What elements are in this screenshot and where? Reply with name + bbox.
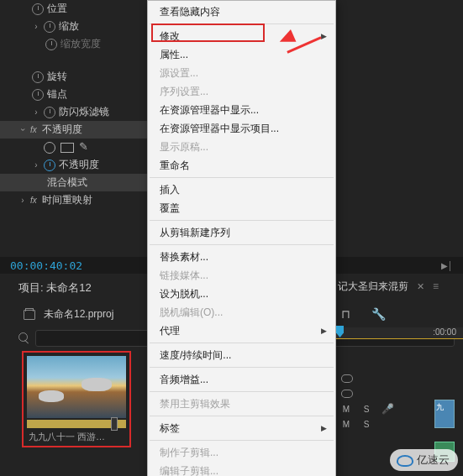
playhead-icon[interactable]: [336, 326, 344, 337]
menu-speed-duration[interactable]: 速度/持续时间...: [148, 346, 335, 364]
chevron-right-icon: ›: [32, 160, 40, 170]
effect-position[interactable]: 位置: [0, 0, 147, 18]
magnet-icon[interactable]: ⊓: [341, 307, 355, 321]
menu-insert[interactable]: 插入: [148, 180, 335, 199]
stopwatch-icon: [45, 39, 57, 50]
effect-anti-flicker[interactable]: ›防闪烁滤镜: [0, 103, 147, 121]
stopwatch-icon: [32, 71, 44, 83]
cloud-logo-icon: [395, 452, 413, 468]
effect-blend-mode[interactable]: 混合模式: [0, 174, 147, 191]
chevron-right-icon: ›: [32, 107, 40, 117]
stopwatch-icon: [32, 89, 44, 101]
stopwatch-icon: [44, 21, 55, 33]
fx-badge-icon: fx: [30, 125, 37, 134]
effects-panel: 位置 ›缩放 缩放宽度 旋转 锚点 ›防闪烁滤镜 ›fx不透明度 ›不透明度 混…: [0, 0, 147, 209]
menu-reveal-explorer[interactable]: 在资源管理器中显示...: [148, 101, 335, 119]
menu-reveal-project-explorer[interactable]: 在资源管理器中显示项目...: [148, 119, 335, 138]
ellipse-mask-icon[interactable]: [44, 142, 55, 154]
menu-properties[interactable]: 属性...: [148, 45, 335, 64]
eye-icon[interactable]: [341, 390, 353, 398]
chevron-right-icon: ›: [18, 196, 27, 205]
clip-thumbnail[interactable]: 九九八十一 西游…: [22, 351, 131, 447]
timeline-tools: ⊓ 🔧: [336, 296, 463, 324]
stopwatch-active-icon: [44, 160, 55, 171]
bin-icon: [24, 310, 35, 320]
timecode-display[interactable]: 00:00:40:02: [10, 259, 82, 272]
pen-mask-icon[interactable]: [79, 142, 91, 154]
effect-scale-width[interactable]: 缩放宽度: [0, 35, 147, 53]
chevron-right-icon: ›: [32, 22, 40, 31]
effect-scale[interactable]: ›缩放: [0, 18, 147, 35]
menu-label[interactable]: 标签: [148, 419, 335, 437]
menu-source-settings: 源设置...: [148, 64, 335, 82]
effect-time-remap[interactable]: ›fx时间重映射: [0, 191, 147, 209]
effect-opacity[interactable]: ›不透明度: [0, 156, 147, 174]
chevron-down-icon: ›: [18, 126, 28, 134]
menu-make-subclip: 制作子剪辑...: [148, 443, 335, 462]
menu-sequence-settings: 序列设置...: [148, 82, 335, 101]
video-clip[interactable]: 九: [434, 400, 455, 428]
menu-link-media: 链接媒体...: [148, 266, 335, 285]
ruler-time-label: :00:00: [433, 327, 456, 337]
menu-replace-footage[interactable]: 替换素材...: [148, 248, 335, 266]
opacity-mask-tools: [0, 139, 147, 156]
menu-overwrite[interactable]: 覆盖: [148, 199, 335, 217]
menu-rename[interactable]: 重命名: [148, 156, 335, 175]
mic-icon[interactable]: 🎤: [381, 403, 393, 415]
thumbnail-scrubber[interactable]: [27, 420, 126, 428]
effect-opacity-group[interactable]: ›fx不透明度: [0, 121, 147, 139]
project-file-name: 未命名12.prproj: [44, 307, 113, 322]
menu-disable-master-fx: 禁用主剪辑效果: [148, 395, 335, 413]
effect-anchor[interactable]: 锚点: [0, 86, 147, 103]
watermark-text: 亿速云: [417, 452, 450, 468]
menu-edit-subclip: 编辑子剪辑...: [148, 462, 335, 476]
fx-badge-icon: fx: [30, 196, 37, 205]
thumbnail-preview: [27, 356, 126, 418]
menu-show-original: 显示原稿...: [148, 138, 335, 156]
eye-icon[interactable]: [341, 374, 353, 383]
menu-new-seq-from-clip[interactable]: 从剪辑新建序列: [148, 223, 335, 242]
menu-make-offline[interactable]: 设为脱机...: [148, 285, 335, 303]
menu-modify[interactable]: 修改: [148, 27, 335, 45]
effect-rotation[interactable]: 旋转: [0, 68, 147, 86]
menu-proxy[interactable]: 代理: [148, 322, 335, 340]
close-icon[interactable]: ✕: [417, 281, 424, 292]
wrench-icon[interactable]: 🔧: [371, 307, 385, 321]
timeline-ruler[interactable]: :00:00: [336, 327, 463, 339]
stopwatch-icon: [44, 107, 55, 118]
watermark: 亿速云: [390, 449, 458, 471]
video-track-header[interactable]: [336, 371, 463, 386]
thumbnail-label: 九九八十一 西游…: [24, 428, 129, 446]
step-forward-icon[interactable]: ▶│: [441, 261, 453, 270]
context-menu: 查看隐藏内容 修改 属性... 源设置... 序列设置... 在资源管理器中显示…: [147, 0, 336, 476]
menu-view-hidden[interactable]: 查看隐藏内容: [148, 3, 335, 21]
tab-menu-icon[interactable]: ≡: [433, 280, 439, 292]
timeline-tab[interactable]: 记大圣归来混剪 ✕ ≡: [336, 277, 463, 296]
rect-mask-icon[interactable]: [61, 143, 74, 153]
stopwatch-icon: [32, 3, 44, 15]
search-icon: [18, 332, 30, 344]
menu-offline-edit: 脱机编辑(O)...: [148, 303, 335, 322]
menu-audio-gain[interactable]: 音频增益...: [148, 370, 335, 389]
